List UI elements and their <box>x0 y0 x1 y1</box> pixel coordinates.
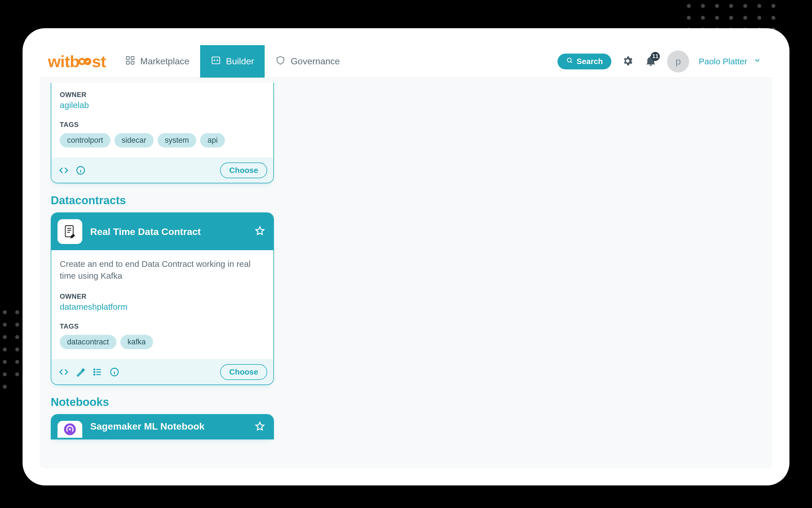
code-icon[interactable] <box>57 366 70 378</box>
template-card: Sagemaker ML Notebook <box>51 414 274 439</box>
code-icon[interactable] <box>57 164 70 177</box>
user-name: Paolo Platter <box>699 57 747 66</box>
card-header: Sagemaker ML Notebook <box>51 415 273 439</box>
notifications-button[interactable]: 11 <box>644 55 658 68</box>
card-footer: Choose <box>51 359 273 384</box>
tags-label: TAGS <box>60 121 265 129</box>
owner-link[interactable]: agilelab <box>60 100 89 110</box>
choose-button[interactable]: Choose <box>220 163 267 178</box>
search-button[interactable]: Search <box>558 54 611 70</box>
decorative-dots-top <box>687 4 775 32</box>
section-title-datacontracts: Datacontracts <box>51 194 761 207</box>
search-icon <box>566 57 573 66</box>
tab-builder[interactable]: Builder <box>200 45 265 78</box>
tab-label: Governance <box>291 56 340 67</box>
tab-label: Builder <box>226 56 254 67</box>
tags-label: TAGS <box>60 323 265 330</box>
svg-point-9 <box>94 372 95 373</box>
tag[interactable]: system <box>157 133 196 147</box>
card-description: Create an end to end Data Contract worki… <box>60 258 265 282</box>
brand-logo[interactable]: witbst <box>44 45 114 78</box>
owner-label: OWNER <box>60 91 265 99</box>
app-screen: witbst Marketplace <box>40 45 772 468</box>
template-card: OWNER agilelab TAGS controlport sidecar … <box>51 83 274 183</box>
svg-rect-0 <box>126 56 129 59</box>
tab-marketplace[interactable]: Marketplace <box>114 45 200 78</box>
card-footer: Choose <box>51 158 273 183</box>
tag[interactable]: sidecar <box>114 133 154 147</box>
code-window-icon <box>211 55 221 68</box>
tag[interactable]: api <box>200 133 225 147</box>
avatar-initial: p <box>676 56 681 67</box>
svg-point-13 <box>69 428 71 430</box>
section-title-notebooks: Notebooks <box>51 396 761 409</box>
info-icon[interactable] <box>75 164 87 177</box>
device-frame: witbst Marketplace <box>22 28 790 485</box>
svg-point-5 <box>567 58 571 62</box>
tab-governance[interactable]: Governance <box>265 45 350 78</box>
decorative-dots-left <box>3 310 19 389</box>
owner-label: OWNER <box>60 293 265 300</box>
svg-point-8 <box>94 369 95 370</box>
settings-button[interactable] <box>621 55 634 68</box>
gear-icon <box>622 55 634 68</box>
tag[interactable]: controlport <box>60 133 110 147</box>
marketplace-grid-icon <box>125 55 135 68</box>
svg-rect-4 <box>212 57 220 64</box>
svg-rect-1 <box>131 56 134 59</box>
svg-point-10 <box>94 374 95 375</box>
notification-badge: 11 <box>651 52 660 61</box>
svg-rect-3 <box>131 61 134 64</box>
tag-list: controlport sidecar system api <box>60 133 265 147</box>
chevron-down-icon <box>753 56 761 66</box>
tag-list: datacontract kafka <box>60 335 265 349</box>
avatar[interactable]: p <box>667 50 689 73</box>
star-icon[interactable] <box>254 225 266 238</box>
navbar: witbst Marketplace <box>40 45 772 78</box>
choose-button[interactable]: Choose <box>220 364 267 380</box>
nav-right: Search 11 <box>558 45 761 78</box>
content-area: OWNER agilelab TAGS controlport sidecar … <box>40 78 772 468</box>
owner-link[interactable]: datameshplatform <box>60 302 128 312</box>
list-icon[interactable] <box>91 366 104 378</box>
tag[interactable]: datacontract <box>60 335 116 349</box>
info-icon[interactable] <box>108 366 121 378</box>
search-label: Search <box>577 57 603 66</box>
nav-tabs: Marketplace Builder <box>114 45 351 78</box>
star-icon[interactable] <box>254 421 266 433</box>
user-menu[interactable]: Paolo Platter <box>699 56 761 66</box>
card-title: Sagemaker ML Notebook <box>90 421 246 432</box>
shield-icon <box>275 55 286 68</box>
sagemaker-icon <box>57 421 82 438</box>
contract-document-icon <box>57 219 82 244</box>
card-title: Real Time Data Contract <box>90 226 246 237</box>
tag[interactable]: kafka <box>121 335 153 349</box>
tab-label: Marketplace <box>140 56 189 67</box>
svg-rect-2 <box>126 61 129 64</box>
card-header: Real Time Data Contract <box>51 213 273 250</box>
template-card: Real Time Data Contract Create an end to… <box>51 212 274 385</box>
autofix-magic-icon[interactable] <box>75 366 87 378</box>
